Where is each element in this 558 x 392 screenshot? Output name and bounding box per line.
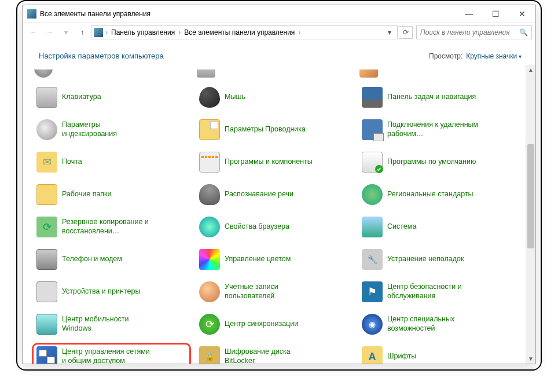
item-label: Рабочие папки — [62, 190, 112, 199]
item-troubleshooting[interactable]: Устранение неполадок — [357, 246, 516, 273]
maximize-button[interactable]: ☐ — [482, 5, 509, 23]
item-sync-center[interactable]: Центр синхронизации — [194, 310, 354, 338]
item-color-management[interactable]: Управление цветом — [194, 246, 354, 273]
item-label: Центр безопасности и обслуживания — [387, 283, 480, 301]
color-icon — [199, 249, 220, 270]
partial-item[interactable] — [194, 67, 354, 81]
item-default-programs[interactable]: Программы по умолчанию — [357, 148, 516, 176]
scrollbar-thumb[interactable] — [527, 144, 534, 248]
item-label: Клавиатура — [62, 93, 101, 102]
backup-icon — [36, 217, 57, 237]
address-dropdown[interactable]: ▾ — [384, 26, 395, 39]
item-label: Управление цветом — [225, 255, 291, 264]
search-input[interactable] — [420, 28, 517, 36]
system-icon — [362, 217, 383, 237]
folder-options-icon — [199, 119, 220, 140]
flag-icon — [362, 281, 383, 302]
search-index-icon — [36, 119, 57, 140]
mouse-icon — [199, 87, 220, 108]
item-label: Центр управления сетями и общим доступом — [62, 347, 155, 364]
partial-item[interactable] — [32, 67, 191, 81]
partial-row-top — [32, 67, 516, 81]
crumb-all-items[interactable]: Все элементы панели управления — [182, 27, 297, 38]
address-bar[interactable]: › Панель управления › Все элементы панел… — [91, 25, 398, 39]
vertical-scrollbar[interactable]: ▲ ▼ — [526, 65, 535, 364]
users-icon — [199, 281, 220, 302]
nav-toolbar: ← → ▾ ↑ › Панель управления › Все элемен… — [23, 23, 535, 42]
item-user-accounts[interactable]: Учетные записи пользователей — [194, 278, 354, 306]
sync-icon — [199, 314, 220, 335]
item-bitlocker[interactable]: Шифрование диска BitLocker — [194, 343, 354, 364]
titlebar[interactable]: Все элементы панели управления — ☐ ✕ — [23, 5, 535, 23]
item-label: Шрифты — [387, 352, 416, 361]
item-explorer-options[interactable]: Параметры Проводника — [194, 116, 354, 144]
item-label: Шифрование диска BitLocker — [225, 347, 317, 364]
item-phone-modem[interactable]: Телефон и модем — [32, 246, 191, 273]
wrench-icon — [362, 249, 383, 270]
accessibility-icon — [362, 314, 383, 335]
item-mail[interactable]: Почта — [32, 148, 191, 176]
item-label: Программы и компоненты — [225, 157, 313, 167]
item-label: Центр специальных возможностей — [387, 315, 480, 333]
item-ease-of-access[interactable]: Центр специальных возможностей — [357, 310, 516, 338]
up-button[interactable]: ↑ — [75, 25, 90, 40]
view-by: Просмотр: Крупные значки — [429, 52, 522, 60]
item-security-center[interactable]: Центр безопасности и обслуживания — [357, 278, 516, 306]
item-browser-options[interactable]: Свойства браузера — [194, 213, 354, 241]
item-system[interactable]: Система — [357, 213, 516, 241]
item-label: Почта — [62, 157, 82, 167]
item-indexing[interactable]: Параметры индексирования — [32, 116, 191, 144]
item-work-folders[interactable]: Рабочие папки — [32, 181, 191, 208]
item-backup[interactable]: Резервное копирование и восстановлени… — [32, 213, 191, 241]
item-devices-printers[interactable]: Устройства и принтеры — [32, 278, 191, 306]
item-mobility-center[interactable]: Центр мобильности Windows — [32, 310, 191, 338]
item-label: Панель задач и навигация — [387, 93, 476, 102]
minimize-button[interactable]: — — [456, 5, 482, 23]
taskbar-icon — [362, 87, 383, 108]
window-frame: Все элементы панели управления — ☐ ✕ ← →… — [22, 5, 536, 364]
item-label: Резервное копирование и восстановлени… — [62, 218, 155, 236]
item-keyboard[interactable]: Клавиатура — [32, 83, 191, 111]
close-button[interactable]: ✕ — [509, 5, 535, 23]
items-area: Клавиатура Мышь Панель задач и навигация… — [23, 65, 526, 364]
microphone-icon — [199, 184, 220, 205]
refresh-button[interactable]: ⟳ — [399, 26, 413, 39]
programs-icon — [199, 152, 220, 173]
item-network-sharing-center[interactable]: Центр управления сетями и общим доступом — [32, 343, 191, 364]
recent-dropdown[interactable]: ▾ — [58, 25, 74, 40]
partial-item[interactable] — [357, 67, 516, 81]
control-panel-icon — [27, 9, 36, 19]
fonts-icon — [362, 346, 383, 364]
item-remote-connections[interactable]: Подключения к удаленным рабочим… — [357, 116, 516, 144]
item-region[interactable]: Региональные стандарты — [357, 181, 516, 208]
item-programs[interactable]: Программы и компоненты — [194, 148, 354, 176]
view-by-value[interactable]: Крупные значки — [466, 52, 522, 60]
chevron-right-icon: › — [105, 28, 108, 36]
item-label: Центр синхронизации — [225, 320, 298, 329]
item-fonts[interactable]: Шрифты — [357, 343, 516, 364]
item-label: Параметры Проводника — [225, 125, 306, 134]
scrollbar-track[interactable] — [526, 75, 535, 354]
crumb-control-panel[interactable]: Панель управления — [109, 27, 177, 38]
item-label: Программы по умолчанию — [387, 157, 476, 167]
items-grid: Клавиатура Мышь Панель задач и навигация… — [32, 83, 516, 364]
scroll-down-button[interactable]: ▼ — [526, 354, 535, 364]
search-box[interactable]: 🔍 — [416, 25, 532, 39]
forward-button[interactable]: → — [42, 25, 57, 40]
item-label: Центр мобильности Windows — [62, 315, 155, 333]
view-by-label: Просмотр: — [429, 52, 462, 60]
scroll-up-button[interactable]: ▲ — [526, 65, 535, 75]
item-taskbar[interactable]: Панель задач и навигация — [357, 83, 516, 111]
header-row: Настройка параметров компьютера Просмотр… — [23, 42, 535, 65]
search-icon: 🔍 — [519, 28, 528, 36]
item-mouse[interactable]: Мышь — [194, 83, 354, 111]
item-label: Телефон и модем — [62, 255, 122, 264]
keyboard-icon — [36, 87, 57, 108]
mail-icon — [36, 152, 57, 173]
window-title: Все элементы панели управления — [40, 10, 456, 18]
back-button[interactable]: ← — [26, 25, 41, 40]
item-speech[interactable]: Распознавание речи — [194, 181, 354, 208]
chevron-right-icon: › — [178, 28, 181, 36]
item-label: Региональные стандарты — [387, 190, 473, 199]
globe-icon — [199, 217, 220, 237]
